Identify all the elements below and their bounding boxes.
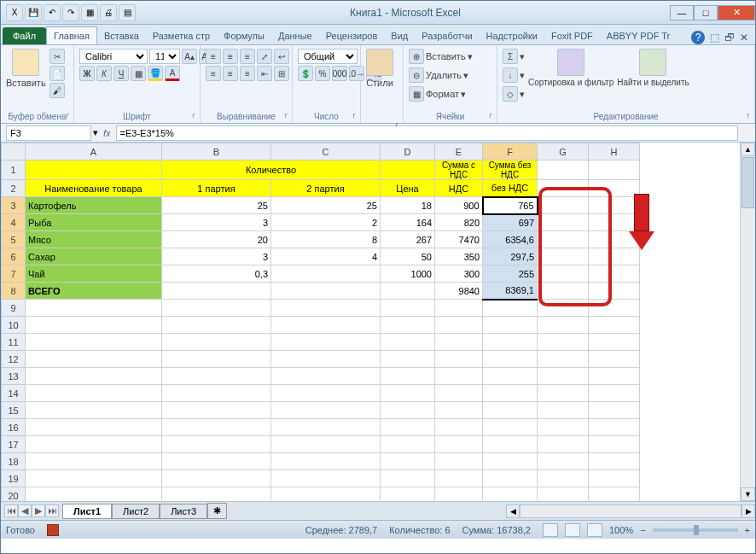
cell[interactable] xyxy=(26,470,162,487)
cell[interactable] xyxy=(589,402,640,419)
tab-formulas[interactable]: Формулы xyxy=(217,27,271,44)
cell[interactable] xyxy=(26,160,162,180)
col-header-C[interactable]: C xyxy=(271,143,381,160)
scroll-up-icon[interactable]: ▲ xyxy=(741,143,755,156)
cell[interactable]: 765 xyxy=(483,197,538,214)
col-header-B[interactable]: B xyxy=(162,143,271,160)
cell[interactable] xyxy=(381,453,435,470)
cell[interactable]: НДС xyxy=(435,180,483,197)
row-header[interactable]: 19 xyxy=(2,470,26,487)
qat-excel-icon[interactable]: X xyxy=(6,4,23,21)
formula-input[interactable]: =E3-E3*15% xyxy=(116,125,738,141)
cell[interactable] xyxy=(483,419,538,436)
cell[interactable] xyxy=(435,385,483,402)
cell[interactable] xyxy=(271,317,381,334)
row-header[interactable]: 2 xyxy=(2,180,26,197)
wrap-text-icon[interactable]: ↩ xyxy=(274,49,289,64)
cell[interactable] xyxy=(271,470,381,487)
cell[interactable] xyxy=(538,368,589,385)
cell[interactable]: Мясо xyxy=(26,231,162,248)
sheet-tab-2[interactable]: Лист2 xyxy=(112,504,160,519)
cell[interactable] xyxy=(538,419,589,436)
cell[interactable] xyxy=(538,334,589,351)
cell[interactable]: 8 xyxy=(271,231,381,248)
cell[interactable] xyxy=(483,385,538,402)
cell[interactable]: Картофель xyxy=(26,197,162,214)
cut-icon[interactable]: ✂ xyxy=(49,49,65,64)
col-header-D[interactable]: D xyxy=(381,143,435,160)
cell[interactable] xyxy=(483,317,538,334)
cell[interactable]: Рыба xyxy=(26,214,162,231)
cell[interactable]: 2 xyxy=(271,214,381,231)
merge-icon[interactable]: ⊞ xyxy=(274,66,289,81)
row-header[interactable]: 18 xyxy=(2,453,26,470)
cell[interactable] xyxy=(271,368,381,385)
cell[interactable] xyxy=(271,436,381,453)
fx-icon[interactable]: fx xyxy=(98,128,116,138)
minimize-button[interactable]: — xyxy=(670,5,694,20)
cell[interactable]: 18 xyxy=(381,197,435,214)
cell[interactable] xyxy=(589,351,640,368)
view-normal-icon[interactable] xyxy=(543,523,558,537)
zoom-in-icon[interactable]: + xyxy=(745,525,750,535)
new-sheet-button[interactable]: ✱ xyxy=(207,503,227,519)
cell[interactable]: Сумма без НДС xyxy=(483,160,538,180)
col-header-E[interactable]: E xyxy=(435,143,483,160)
cell[interactable] xyxy=(162,351,271,368)
cell[interactable]: 8369,1 xyxy=(483,283,538,300)
cell[interactable] xyxy=(538,300,589,317)
cell[interactable] xyxy=(162,453,271,470)
row-header[interactable]: 8 xyxy=(2,283,26,300)
format-cells-label[interactable]: Формат xyxy=(426,89,459,99)
select-all-corner[interactable] xyxy=(2,143,26,160)
cell[interactable] xyxy=(538,487,589,502)
cell[interactable] xyxy=(381,385,435,402)
cell[interactable]: 25 xyxy=(162,197,271,214)
minimize-ribbon-icon[interactable]: ⬚ xyxy=(710,32,719,44)
qat-icon-4[interactable]: ▦ xyxy=(81,4,98,21)
col-header-F[interactable]: F xyxy=(483,143,538,160)
sheet-nav-last-icon[interactable]: ⏭ xyxy=(45,504,59,517)
cell[interactable] xyxy=(381,300,435,317)
tab-pagelayout[interactable]: Разметка стр xyxy=(146,27,217,44)
cell[interactable] xyxy=(589,436,640,453)
format-cells-icon[interactable]: ▦ xyxy=(409,86,424,102)
cell[interactable] xyxy=(26,453,162,470)
cell[interactable] xyxy=(381,334,435,351)
orientation-icon[interactable]: ⤢ xyxy=(257,49,272,64)
cell[interactable]: 820 xyxy=(435,214,483,231)
cell[interactable]: 900 xyxy=(435,197,483,214)
tab-data[interactable]: Данные xyxy=(271,27,319,44)
cell[interactable] xyxy=(589,214,640,231)
cell[interactable] xyxy=(162,368,271,385)
cell[interactable] xyxy=(589,453,640,470)
cell[interactable] xyxy=(538,283,589,300)
cell[interactable] xyxy=(435,334,483,351)
cell[interactable] xyxy=(381,283,435,300)
cell[interactable] xyxy=(483,351,538,368)
tab-review[interactable]: Рецензиров xyxy=(319,27,385,44)
cell[interactable] xyxy=(435,351,483,368)
sheet-tab-3[interactable]: Лист3 xyxy=(160,504,207,519)
cell[interactable] xyxy=(162,470,271,487)
row-header[interactable]: 16 xyxy=(2,419,26,436)
cell[interactable] xyxy=(162,283,271,300)
cell[interactable] xyxy=(589,470,640,487)
worksheet-grid[interactable]: A B C D E F G H 1 Количество Сумма с НДС… xyxy=(1,143,755,501)
row-header[interactable]: 7 xyxy=(2,265,26,283)
row-header[interactable]: 13 xyxy=(2,368,26,385)
cell[interactable] xyxy=(483,402,538,419)
maximize-button[interactable]: □ xyxy=(694,5,718,20)
cell[interactable]: 4 xyxy=(271,248,381,265)
tab-addins[interactable]: Надстройки xyxy=(480,27,544,44)
number-format-select[interactable]: Общий xyxy=(298,49,358,64)
sheet-nav-next-icon[interactable]: ▶ xyxy=(32,504,45,517)
cell[interactable]: 267 xyxy=(381,231,435,248)
cell[interactable] xyxy=(589,248,640,265)
macro-record-icon[interactable] xyxy=(47,524,59,536)
cell[interactable] xyxy=(162,300,271,317)
cell[interactable] xyxy=(589,368,640,385)
tab-developer[interactable]: Разработчи xyxy=(415,27,479,44)
cell[interactable] xyxy=(538,248,589,265)
cell[interactable] xyxy=(589,487,640,502)
